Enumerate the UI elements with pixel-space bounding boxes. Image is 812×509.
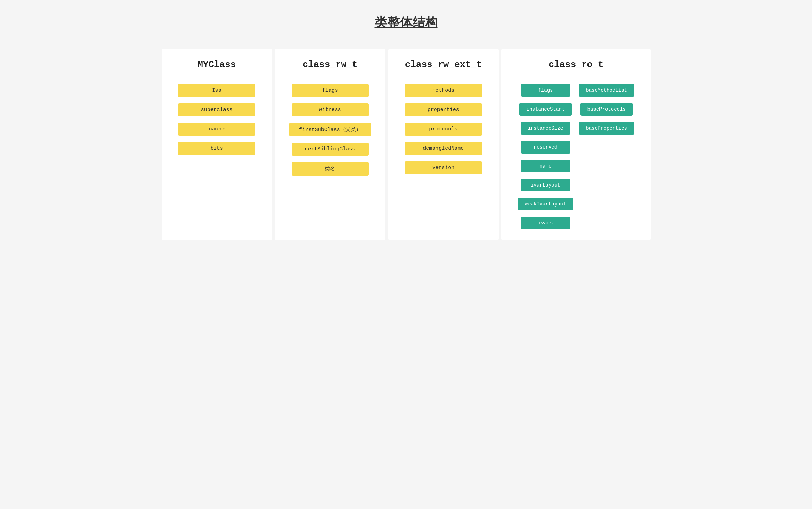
class-ro-t-right: baseMethodList baseProtocols basePropert… <box>579 84 634 229</box>
list-item: demangledName <box>405 142 482 155</box>
list-item: methods <box>405 84 482 97</box>
list-item: flags <box>521 84 570 97</box>
myclass-fields: Isa superclass cache bits <box>169 84 265 155</box>
list-item: properties <box>405 103 482 116</box>
class-ro-t-left: flags instanceStart instanceSize reserve… <box>518 84 573 229</box>
list-item: ivarLayout <box>521 179 570 191</box>
column-class-ro-t: class_ro_t flags instanceStart instanceS… <box>501 49 650 240</box>
list-item: instanceSize <box>521 122 570 135</box>
list-item: baseProperties <box>579 122 634 135</box>
list-item: protocols <box>405 123 482 136</box>
column-class-rw-ext-t: class_rw_ext_t methods properties protoc… <box>388 49 499 240</box>
list-item: reserved <box>521 141 570 154</box>
page-title: 类整体结构 <box>7 14 805 31</box>
list-item: weakIvarLayout <box>518 198 573 210</box>
column-title-myclass: MYClass <box>197 59 236 70</box>
column-title-class-rw-ext-t: class_rw_ext_t <box>405 59 482 70</box>
column-class-rw-t: class_rw_t flags witness firstSubClass（父… <box>275 49 385 240</box>
columns-container: MYClass Isa superclass cache bits class_… <box>160 49 652 240</box>
list-item: 类名 <box>292 162 369 176</box>
list-item: ivars <box>521 217 570 229</box>
column-myclass: MYClass Isa superclass cache bits <box>162 49 272 240</box>
list-item: witness <box>292 103 369 116</box>
list-item: baseProtocols <box>580 103 633 116</box>
class-ro-t-inner: flags instanceStart instanceSize reserve… <box>508 84 643 229</box>
list-item: nextSiblingClass <box>292 143 369 156</box>
list-item: bits <box>178 142 255 155</box>
list-item: version <box>405 161 482 174</box>
list-item: Isa <box>178 84 255 97</box>
list-item: name <box>521 160 570 172</box>
list-item: flags <box>292 84 369 97</box>
list-item: baseMethodList <box>579 84 634 97</box>
class-rw-ext-t-fields: methods properties protocols demangledNa… <box>395 84 492 174</box>
list-item: superclass <box>178 103 255 116</box>
class-rw-t-fields: flags witness firstSubClass（父类） nextSibl… <box>282 84 378 176</box>
column-title-class-ro-t: class_ro_t <box>548 59 603 70</box>
list-item: firstSubClass（父类） <box>289 123 371 136</box>
list-item: instanceStart <box>519 103 572 116</box>
list-item: cache <box>178 123 255 136</box>
column-title-class-rw-t: class_rw_t <box>303 59 357 70</box>
